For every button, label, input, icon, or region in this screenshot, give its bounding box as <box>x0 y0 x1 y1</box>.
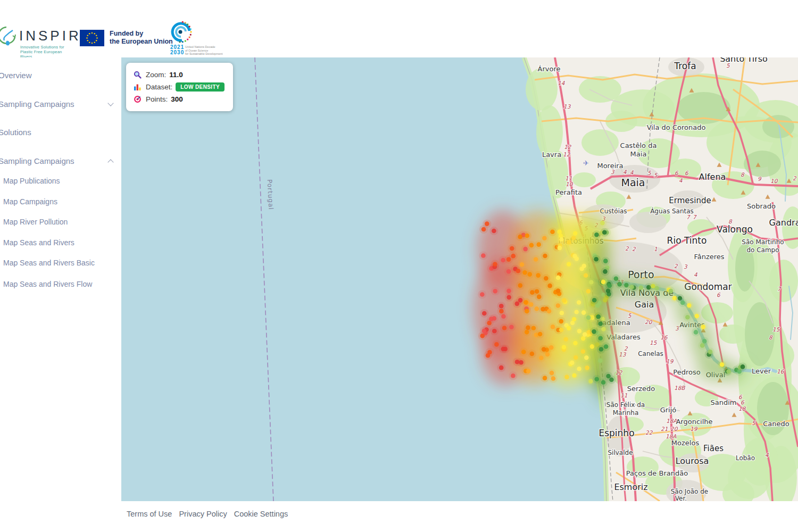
svg-text:Sandim: Sandim <box>711 398 737 406</box>
sidebar-item-label: Sampling Campaigns <box>0 99 74 109</box>
svg-text:Fiães: Fiães <box>703 444 724 453</box>
svg-text:São João de: São João de <box>671 488 709 495</box>
svg-text:Pedroso: Pedroso <box>673 368 700 376</box>
svg-text:Alfena: Alfena <box>699 172 726 182</box>
airport-icon: ✈ <box>583 159 589 167</box>
svg-text:21: 21 <box>661 426 668 432</box>
svg-text:19: 19 <box>666 358 674 364</box>
svg-text:Ver.: Ver. <box>675 495 687 501</box>
chevron-down-icon <box>107 100 113 106</box>
footer-link-privacy-policy[interactable]: Privacy Policy <box>179 510 227 518</box>
dataset-row: Dataset: LOW DENSITY <box>134 81 226 93</box>
svg-text:11: 11 <box>620 392 627 398</box>
svg-text:4: 4 <box>765 452 769 458</box>
svg-text:Lobão: Lobão <box>736 454 755 462</box>
svg-text:Moreira: Moreira <box>597 162 623 170</box>
sidebar-item-map-seas-and-rivers-flow[interactable]: Map Seas and Rivers Flow <box>0 280 121 290</box>
un-text-line-3: for Sustainable Development <box>185 52 223 56</box>
svg-text:12: 12 <box>563 151 571 157</box>
svg-text:15: 15 <box>772 326 780 332</box>
svg-text:4: 4 <box>679 177 683 184</box>
svg-text:Silvalde: Silvalde <box>608 449 633 456</box>
dataset-badge: LOW DENSITY <box>176 82 225 92</box>
un-year-2: 2030 <box>170 50 184 55</box>
footer-link-cookie-settings[interactable]: Cookie Settings <box>234 510 288 518</box>
un-wave-icon <box>169 20 193 44</box>
sidebar-item-overview[interactable]: Overview <box>0 71 121 81</box>
sidebar-nav: OverviewSampling CampaignsSolutionsSampl… <box>0 57 121 501</box>
svg-text:Maia: Maia <box>630 150 647 158</box>
points-value: 300 <box>171 95 183 103</box>
points-label: Points: <box>146 95 168 103</box>
svg-text:13: 13 <box>619 351 627 358</box>
svg-text:Canelas: Canelas <box>638 350 663 358</box>
svg-text:Maia: Maia <box>621 177 645 188</box>
svg-text:Lavra: Lavra <box>542 151 561 159</box>
sidebar-item-label: Map Seas and Rivers Basic <box>3 259 95 267</box>
svg-text:1: 1 <box>654 246 658 252</box>
svg-text:Ermesinde: Ermesinde <box>669 196 711 205</box>
eu-funded-line-1: Funded by <box>110 30 173 38</box>
svg-text:Valongo: Valongo <box>717 224 753 235</box>
svg-text:13: 13 <box>563 103 571 110</box>
svg-text:Lourosa: Lourosa <box>676 456 709 466</box>
svg-text:Fânzeres: Fânzeres <box>694 253 724 261</box>
svg-text:Paços de Brandão: Paços de Brandão <box>626 469 688 477</box>
svg-text:12: 12 <box>615 369 623 376</box>
svg-text:18: 18 <box>738 405 746 412</box>
svg-text:Gondomar: Gondomar <box>684 281 732 292</box>
svg-text:Serzedo: Serzedo <box>627 385 655 393</box>
svg-text:Gandra: Gandra <box>769 218 798 228</box>
svg-text:4: 4 <box>630 169 634 176</box>
sidebar-item-label: Map Seas and Rivers Flow <box>3 280 92 288</box>
svg-text:15: 15 <box>650 339 658 346</box>
inspire-tagline-1: Innovative Solutions for <box>20 45 70 49</box>
svg-text:22: 22 <box>645 429 653 436</box>
svg-text:18B: 18B <box>674 385 685 391</box>
svg-text:do Campo: do Campo <box>746 246 779 254</box>
svg-text:Castêlo da: Castêlo da <box>620 142 657 149</box>
header: INSPIRE Innovative Solutions for Plastic… <box>0 0 798 57</box>
svg-text:Lever: Lever <box>752 367 771 375</box>
svg-text:Espinho: Espinho <box>598 428 634 438</box>
footer: Terms of UsePrivacy PolicyCookie Setting… <box>0 501 798 532</box>
svg-text:São Félix da: São Félix da <box>606 401 645 409</box>
sidebar-item-map-river-pollution[interactable]: Map River Pollution <box>0 218 121 228</box>
sidebar-item-label: Overview <box>0 71 32 80</box>
sidebar-item-map-seas-and-rivers-basic[interactable]: Map Seas and Rivers Basic <box>0 259 121 269</box>
sidebar-item-sampling-campaigns[interactable]: Sampling Campaigns <box>0 99 121 110</box>
svg-text:Esmoriz: Esmoriz <box>614 482 647 492</box>
svg-text:10: 10 <box>770 178 778 184</box>
footer-link-terms-of-use[interactable]: Terms of Use <box>127 510 172 518</box>
eu-funded-line-2: the European Union <box>110 38 173 46</box>
svg-text:Perafita: Perafita <box>555 188 582 196</box>
svg-text:Gaia: Gaia <box>635 300 654 310</box>
svg-text:Marinha: Marinha <box>613 409 639 417</box>
app-root: INSPIRE Innovative Solutions for Plastic… <box>0 0 798 532</box>
map-svg: Portugal✈1413121211103445566489102577832… <box>121 57 798 501</box>
sidebar-item-label: Solutions <box>0 128 31 137</box>
svg-text:Árvore: Árvore <box>538 65 561 73</box>
sidebar-item-solutions[interactable]: Solutions <box>0 128 121 138</box>
svg-text:Santo Tirso: Santo Tirso <box>720 57 768 64</box>
svg-text:Grijó: Grijó <box>660 406 677 414</box>
zoom-row: Zoom: 11.0 <box>134 69 226 81</box>
map-info-card: Zoom: 11.0 Dataset: LOW DENSITY <box>126 63 233 111</box>
svg-text:20: 20 <box>645 319 653 325</box>
svg-text:20: 20 <box>670 426 678 432</box>
svg-text:10: 10 <box>566 181 573 187</box>
eu-flag-icon <box>80 30 104 46</box>
sidebar-item-sampling-campaigns[interactable]: Sampling Campaigns <box>0 156 121 167</box>
points-target-icon <box>134 95 142 103</box>
svg-text:Águas Santas: Águas Santas <box>650 207 694 215</box>
sidebar-item-map-campaigns[interactable]: Map Campaigns <box>0 197 121 208</box>
svg-text:4: 4 <box>623 169 627 175</box>
inspire-logo[interactable]: INSPIRE Innovative Solutions for Plastic… <box>0 22 70 53</box>
sidebar-item-map-publications[interactable]: Map Publications <box>0 177 121 187</box>
map-canvas[interactable]: Portugal✈1413121211103445566489102577832… <box>121 57 798 501</box>
sidebar-item-map-seas-and-rivers[interactable]: Map Seas and Rivers <box>0 238 121 249</box>
sidebar-item-label: Map Campaigns <box>3 197 57 206</box>
dataset-label: Dataset: <box>146 83 172 91</box>
svg-text:Rio Tinto: Rio Tinto <box>667 235 707 246</box>
svg-text:19: 19 <box>690 426 698 432</box>
